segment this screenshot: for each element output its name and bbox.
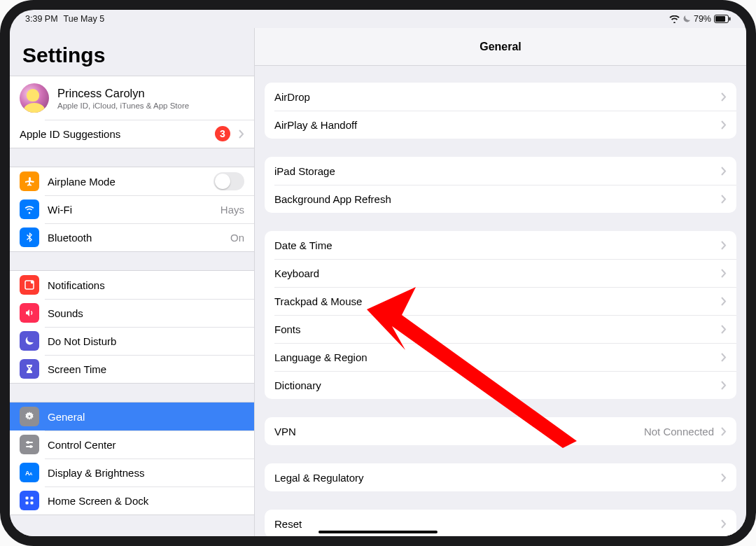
label: Background App Refresh bbox=[274, 193, 714, 205]
account-subtitle: Apple ID, iCloud, iTunes & App Store bbox=[57, 102, 189, 110]
badge: 3 bbox=[215, 126, 230, 141]
battery-icon bbox=[714, 15, 731, 23]
sidebar-item-screen-time[interactable]: Screen Time bbox=[10, 355, 254, 383]
label: Display & Brightness bbox=[48, 467, 244, 479]
label: Wi-Fi bbox=[48, 204, 212, 216]
chevron-right-icon bbox=[721, 92, 727, 102]
detail-group-input: Date & Time Keyboard Trackpad & Mouse bbox=[265, 231, 736, 399]
detail-row-date-time[interactable]: Date & Time bbox=[265, 231, 736, 259]
sidebar-item-home-screen-dock[interactable]: Home Screen & Dock bbox=[10, 486, 254, 514]
wifi-icon bbox=[20, 200, 39, 219]
detail-group-airdrop: AirDrop AirPlay & Handoff bbox=[265, 83, 736, 139]
detail-group-legal: Legal & Regulatory bbox=[265, 463, 736, 491]
airplane-icon bbox=[20, 172, 39, 191]
chevron-right-icon bbox=[239, 130, 244, 139]
sidebar-item-do-not-disturb[interactable]: Do Not Disturb bbox=[10, 327, 254, 355]
detail-row-fonts[interactable]: Fonts bbox=[265, 315, 736, 343]
detail-title: General bbox=[479, 41, 522, 53]
status-time: 3:39 PM bbox=[25, 14, 58, 24]
detail-row-legal-regulatory[interactable]: Legal & Regulatory bbox=[265, 463, 736, 491]
status-date: Tue May 5 bbox=[64, 14, 105, 24]
svg-point-9 bbox=[29, 445, 32, 448]
value: Not Connected bbox=[644, 426, 714, 438]
value: On bbox=[230, 232, 244, 244]
detail-row-airdrop[interactable]: AirDrop bbox=[265, 83, 736, 111]
label: Control Center bbox=[48, 439, 244, 451]
label: Trackpad & Mouse bbox=[274, 295, 714, 307]
screen: 3:39 PM Tue May 5 79% Settings bbox=[10, 10, 746, 536]
sidebar-title: Settings bbox=[10, 28, 254, 76]
svg-point-5 bbox=[28, 415, 31, 418]
label: Sounds bbox=[48, 307, 244, 319]
bluetooth-icon bbox=[20, 227, 39, 247]
chevron-right-icon bbox=[721, 381, 727, 390]
sidebar-item-bluetooth[interactable]: Bluetooth On bbox=[10, 223, 254, 251]
sidebar-item-notifications[interactable]: Notifications bbox=[10, 271, 254, 299]
status-left: 3:39 PM Tue May 5 bbox=[25, 14, 104, 24]
label: Apple ID Suggestions bbox=[20, 128, 206, 140]
label: Keyboard bbox=[274, 267, 714, 279]
airplane-mode-toggle[interactable] bbox=[214, 172, 244, 190]
label: AirDrop bbox=[274, 91, 714, 103]
detail-row-background-app-refresh[interactable]: Background App Refresh bbox=[265, 185, 736, 213]
chevron-right-icon bbox=[721, 269, 727, 278]
sidebar-item-apple-id[interactable]: Princess Carolyn Apple ID, iCloud, iTune… bbox=[10, 76, 254, 120]
settings-sidebar[interactable]: Settings Princess Carolyn Apple ID, iClo… bbox=[10, 28, 255, 536]
moon-icon bbox=[20, 331, 39, 351]
sidebar-item-general[interactable]: General bbox=[10, 402, 254, 430]
chevron-right-icon bbox=[721, 167, 727, 176]
value: Hays bbox=[220, 204, 244, 216]
status-right: 79% bbox=[669, 14, 731, 24]
chevron-right-icon bbox=[721, 241, 727, 250]
sidebar-item-display-brightness[interactable]: AA Display & Brightness bbox=[10, 458, 254, 486]
hourglass-icon bbox=[20, 359, 39, 379]
detail-row-language-region[interactable]: Language & Region bbox=[265, 343, 736, 371]
detail-group-vpn: VPN Not Connected bbox=[265, 417, 736, 445]
status-bar: 3:39 PM Tue May 5 79% bbox=[10, 10, 746, 28]
sidebar-item-apple-id-suggestions[interactable]: Apple ID Suggestions 3 bbox=[10, 120, 254, 148]
status-battery-pct: 79% bbox=[694, 14, 711, 24]
detail-row-keyboard[interactable]: Keyboard bbox=[265, 259, 736, 287]
grid-icon bbox=[20, 491, 39, 510]
svg-text:A: A bbox=[29, 472, 33, 476]
chevron-right-icon bbox=[721, 519, 727, 528]
detail-row-dictionary[interactable]: Dictionary bbox=[265, 371, 736, 399]
label: Fonts bbox=[274, 323, 714, 335]
label: General bbox=[48, 411, 244, 423]
home-indicator[interactable] bbox=[318, 531, 438, 533]
sidebar-item-sounds[interactable]: Sounds bbox=[10, 299, 254, 327]
label: VPN bbox=[274, 426, 637, 438]
chevron-right-icon bbox=[721, 325, 727, 334]
avatar bbox=[20, 83, 49, 113]
sidebar-group-notifications: Notifications Sounds Do Not Disturb bbox=[10, 270, 254, 384]
detail-row-airplay-handoff[interactable]: AirPlay & Handoff bbox=[265, 111, 736, 139]
label: Bluetooth bbox=[48, 232, 222, 244]
gear-icon bbox=[20, 407, 39, 426]
sidebar-item-airplane-mode[interactable]: Airplane Mode bbox=[10, 167, 254, 195]
account-name: Princess Carolyn bbox=[57, 87, 189, 100]
detail-row-ipad-storage[interactable]: iPad Storage bbox=[265, 157, 736, 185]
chevron-right-icon bbox=[721, 473, 727, 482]
sidebar-item-control-center[interactable]: Control Center bbox=[10, 430, 254, 458]
chevron-right-icon bbox=[721, 353, 727, 362]
detail-scroll[interactable]: AirDrop AirPlay & Handoff iPad Storage bbox=[255, 66, 746, 536]
label: Date & Time bbox=[274, 239, 714, 251]
detail-row-trackpad-mouse[interactable]: Trackpad & Mouse bbox=[265, 287, 736, 315]
label: AirPlay & Handoff bbox=[274, 119, 714, 131]
wifi-icon bbox=[669, 15, 680, 23]
svg-rect-1 bbox=[715, 16, 725, 22]
sliders-icon bbox=[20, 435, 39, 454]
moon-icon bbox=[682, 15, 691, 23]
text-size-icon: AA bbox=[20, 463, 39, 482]
label: Reset bbox=[274, 518, 714, 530]
detail-header: General bbox=[255, 28, 746, 66]
chevron-right-icon bbox=[721, 120, 727, 130]
notifications-icon bbox=[20, 275, 39, 295]
split-view: Settings Princess Carolyn Apple ID, iClo… bbox=[10, 28, 746, 536]
label: Do Not Disturb bbox=[48, 335, 244, 347]
sounds-icon bbox=[20, 303, 39, 323]
detail-row-vpn[interactable]: VPN Not Connected bbox=[265, 417, 736, 445]
sidebar-item-wifi[interactable]: Wi-Fi Hays bbox=[10, 195, 254, 223]
svg-rect-2 bbox=[729, 18, 731, 21]
sidebar-group-account: Princess Carolyn Apple ID, iCloud, iTune… bbox=[10, 76, 254, 148]
